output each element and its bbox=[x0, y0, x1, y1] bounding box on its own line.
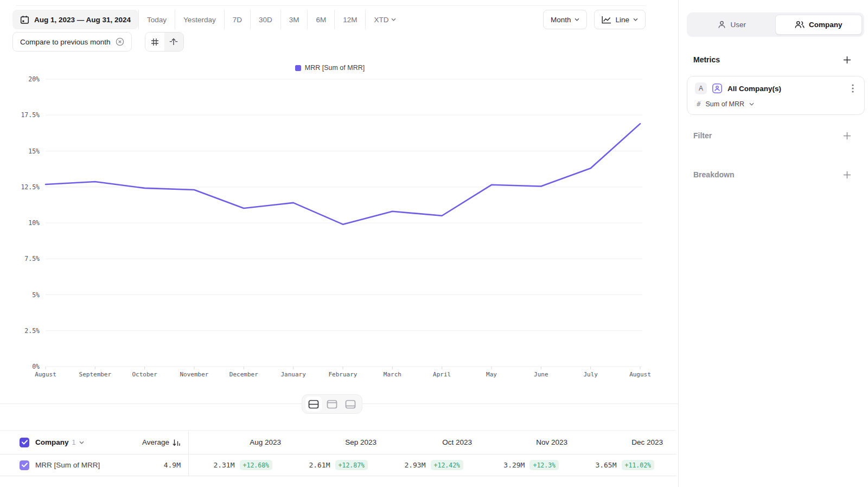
row-metric-label[interactable]: MRR [Sum of MRR] bbox=[35, 461, 100, 469]
cell-value: 3.29M bbox=[503, 461, 525, 469]
row-average-value: 4.9M bbox=[164, 461, 181, 469]
delta-badge: +11.02% bbox=[622, 460, 654, 470]
add-metric-button[interactable] bbox=[842, 55, 852, 65]
toggle-company[interactable]: Company bbox=[775, 15, 863, 35]
x-axis-month-label: August bbox=[35, 371, 56, 378]
add-filter-button[interactable] bbox=[842, 131, 852, 140]
x-axis-month-label: March bbox=[384, 371, 401, 378]
x-axis-month-label: April bbox=[433, 371, 451, 378]
table-cell: 2.31M+12.68% bbox=[189, 460, 284, 470]
y-axis-tick-label: 10% bbox=[28, 219, 40, 227]
table-column-header[interactable]: Aug 2023 bbox=[189, 438, 284, 446]
cell-value: 2.93M bbox=[404, 461, 425, 469]
layout-bottom-bar-icon bbox=[345, 400, 356, 409]
main-panel: Aug 1, 2023 — Aug 31, 2024 TodayYesterda… bbox=[0, 0, 678, 487]
x-axis-month-label: December bbox=[229, 371, 258, 378]
x-axis-month-label: August bbox=[629, 371, 651, 378]
metrics-section-header: Metrics bbox=[693, 55, 852, 65]
x-axis-month-label: October bbox=[132, 371, 157, 378]
metric-card[interactable]: A All Company(s) # Sum of MRR bbox=[687, 76, 865, 115]
breakdown-section-header: Breakdown bbox=[693, 170, 852, 180]
average-column-label[interactable]: Average bbox=[142, 438, 169, 446]
x-axis-month-label: June bbox=[534, 371, 548, 378]
table-cell: 2.61M+12.87% bbox=[284, 460, 380, 470]
entity-toggle: User Company bbox=[687, 12, 864, 37]
table-row: MRR [Sum of MRR]4.9M2.31M+12.68%2.61M+12… bbox=[0, 454, 676, 476]
metric-name: All Company(s) bbox=[727, 85, 843, 93]
config-sidebar: User Company Metrics A bbox=[678, 0, 868, 487]
table-cell: 2.93M+12.42% bbox=[380, 460, 475, 470]
table-column-header[interactable]: Nov 2023 bbox=[475, 438, 571, 446]
entity-column-label[interactable]: Company bbox=[35, 438, 69, 446]
breakdown-title: Breakdown bbox=[693, 170, 734, 179]
breakdown-table: Company 1 Average Aug 2023Sep 2023Oct 20… bbox=[0, 430, 676, 476]
add-breakdown-button[interactable] bbox=[842, 170, 852, 180]
y-axis-tick-label: 0% bbox=[32, 363, 40, 370]
select-all-checkbox[interactable] bbox=[20, 438, 29, 447]
toggle-user[interactable]: User bbox=[689, 15, 775, 35]
number-icon: # bbox=[697, 100, 701, 108]
x-axis-month-label: May bbox=[486, 371, 497, 378]
x-axis-month-label: January bbox=[280, 371, 306, 378]
aggregation-label: Sum of MRR bbox=[706, 100, 745, 108]
layout-split-button[interactable] bbox=[305, 396, 322, 412]
company-metric-icon bbox=[712, 83, 723, 94]
y-axis-tick-label: 17.5% bbox=[21, 111, 40, 119]
x-axis-month-label: September bbox=[79, 371, 112, 378]
y-axis-tick-label: 12.5% bbox=[21, 183, 40, 191]
sort-icon[interactable] bbox=[173, 439, 181, 446]
layout-split-icon bbox=[308, 400, 319, 409]
layout-switcher bbox=[302, 394, 362, 414]
toggle-company-label: Company bbox=[809, 21, 843, 29]
y-axis-tick-label: 7.5% bbox=[24, 255, 40, 262]
delta-badge: +12.42% bbox=[431, 460, 463, 470]
delta-badge: +12.68% bbox=[240, 460, 272, 470]
cell-value: 2.61M bbox=[309, 461, 330, 469]
metric-options-kebab[interactable] bbox=[848, 84, 858, 93]
layout-chart-only-button[interactable] bbox=[324, 396, 340, 412]
y-axis-tick-label: 15% bbox=[28, 148, 40, 155]
company-icon bbox=[795, 21, 805, 29]
chevron-down-icon bbox=[749, 102, 754, 106]
cell-value: 2.31M bbox=[213, 461, 234, 469]
layout-top-bar-icon bbox=[327, 400, 337, 409]
x-axis-month-label: July bbox=[583, 371, 598, 378]
user-icon bbox=[718, 21, 726, 29]
table-column-header[interactable]: Oct 2023 bbox=[380, 438, 475, 446]
entity-count: 1 bbox=[72, 439, 76, 446]
table-column-header[interactable]: Sep 2023 bbox=[284, 438, 380, 446]
table-cell: 3.29M+12.3% bbox=[475, 460, 571, 470]
mrr-line-chart[interactable]: 0%2.5%5%7.5%10%12.5%15%17.5%20%AugustSep… bbox=[0, 0, 678, 403]
table-cell: 3.65M+11.02% bbox=[571, 460, 666, 470]
chevron-down-icon[interactable] bbox=[79, 441, 84, 444]
row-checkbox[interactable] bbox=[20, 460, 29, 470]
metrics-title: Metrics bbox=[693, 55, 720, 64]
delta-badge: +12.87% bbox=[335, 460, 368, 470]
table-header-row: Company 1 Average Aug 2023Sep 2023Oct 20… bbox=[0, 430, 676, 454]
x-axis-month-label: November bbox=[180, 371, 209, 378]
y-axis-tick-label: 5% bbox=[32, 291, 40, 299]
x-axis-month-label: February bbox=[329, 371, 358, 378]
aggregation-selector[interactable]: # Sum of MRR bbox=[697, 100, 858, 108]
y-axis-tick-label: 20% bbox=[28, 75, 40, 83]
filter-title: Filter bbox=[693, 131, 712, 140]
metric-letter-badge: A bbox=[695, 82, 707, 94]
cell-value: 3.65M bbox=[595, 461, 616, 469]
delta-badge: +12.3% bbox=[529, 460, 559, 470]
table-column-header[interactable]: Dec 2023 bbox=[571, 438, 666, 446]
toggle-user-label: User bbox=[730, 21, 746, 29]
y-axis-tick-label: 2.5% bbox=[24, 327, 40, 335]
layout-table-only-button[interactable] bbox=[342, 396, 359, 412]
filter-section-header: Filter bbox=[693, 131, 852, 140]
